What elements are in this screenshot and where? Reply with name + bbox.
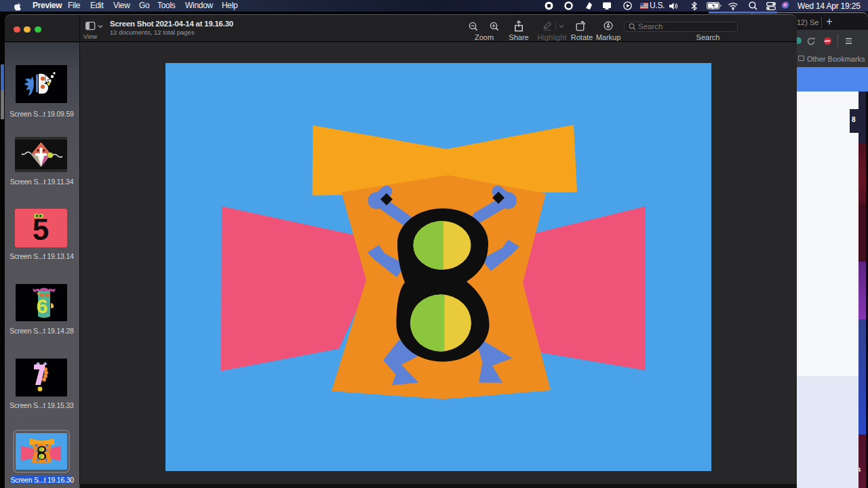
svg-text:6: 6 bbox=[37, 295, 48, 317]
svg-text:5: 5 bbox=[33, 213, 49, 246]
